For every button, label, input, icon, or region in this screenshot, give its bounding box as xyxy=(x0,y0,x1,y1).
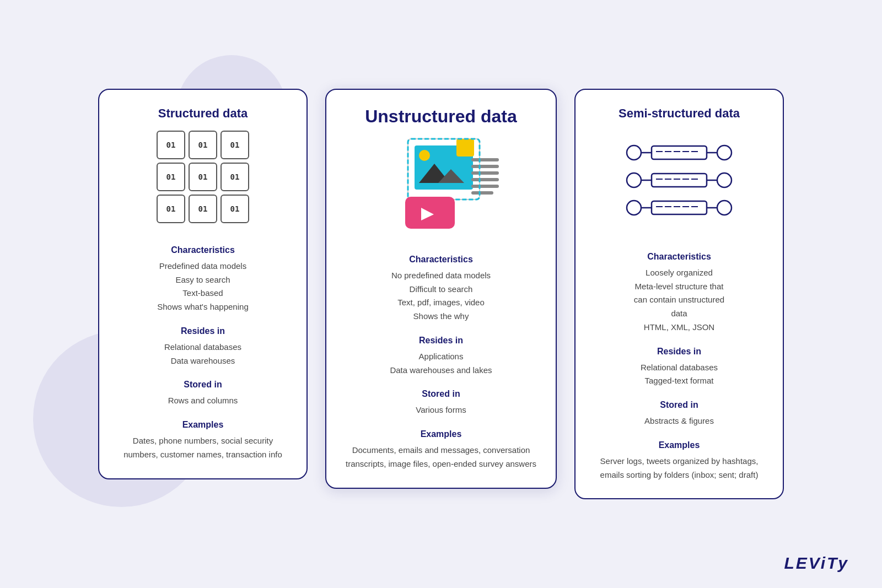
svg-point-17 xyxy=(627,201,641,215)
svg-rect-2 xyxy=(456,139,474,157)
semistructured-resides-text: Relational databasesTagged-text format xyxy=(641,361,718,389)
unstructured-card: Unstructured data xyxy=(325,89,557,489)
unstructured-characteristics-text: No predefined data modelsDifficult to se… xyxy=(391,269,491,323)
binary-cell: 01 xyxy=(157,163,185,191)
structured-characteristics-heading: Characteristics xyxy=(171,245,235,255)
unstructured-characteristics-heading: Characteristics xyxy=(409,255,473,265)
svg-point-18 xyxy=(717,145,732,160)
binary-cell: 01 xyxy=(220,163,249,191)
structured-resides-text: Relational databasesData warehouses xyxy=(164,341,241,368)
semistructured-examples-text: Server logs, tweets organized by hashtag… xyxy=(591,455,767,482)
semistructured-characteristics-text: Loosely organizedMeta-level structure th… xyxy=(634,266,724,335)
binary-cell: 01 xyxy=(189,131,217,159)
svg-rect-9 xyxy=(471,178,499,181)
svg-point-15 xyxy=(627,145,641,160)
binary-cell: 01 xyxy=(157,195,185,223)
binary-cell: 01 xyxy=(189,195,217,223)
semistructured-characteristics-heading: Characteristics xyxy=(647,252,711,262)
page-container: Structured data 01 01 01 01 01 01 01 01 … xyxy=(65,67,817,522)
unstructured-icon xyxy=(375,133,507,233)
svg-rect-27 xyxy=(652,174,707,187)
unstructured-stored-heading: Stored in xyxy=(422,389,460,399)
svg-rect-7 xyxy=(471,165,499,168)
binary-cell: 01 xyxy=(220,131,249,159)
binary-grid-icon: 01 01 01 01 01 01 01 01 01 xyxy=(157,131,249,223)
svg-rect-11 xyxy=(471,191,493,195)
binary-cell: 01 xyxy=(220,195,249,223)
semistructured-examples-heading: Examples xyxy=(659,440,700,450)
structured-card: Structured data 01 01 01 01 01 01 01 01 … xyxy=(98,89,308,479)
unstructured-examples-text: Documents, emails and messages, conversa… xyxy=(344,444,538,471)
svg-rect-33 xyxy=(652,201,707,214)
svg-point-19 xyxy=(717,173,732,187)
semistructured-title: Semi-structured data xyxy=(619,106,740,121)
unstructured-title: Unstructured data xyxy=(365,106,517,127)
structured-examples-text: Dates, phone numbers, social security nu… xyxy=(115,434,291,462)
semistructured-resides-heading: Resides in xyxy=(657,347,701,357)
svg-point-20 xyxy=(717,201,732,215)
unstructured-examples-heading: Examples xyxy=(421,429,462,439)
semistructured-stored-text: Abstracts & figures xyxy=(644,414,714,428)
structured-resides-heading: Resides in xyxy=(181,326,225,336)
svg-point-5 xyxy=(419,150,430,161)
structured-title: Structured data xyxy=(158,106,248,121)
levity-logo: LEViTy xyxy=(784,554,849,573)
binary-cell: 01 xyxy=(189,163,217,191)
unstructured-stored-text: Various forms xyxy=(416,403,466,417)
svg-rect-8 xyxy=(471,171,499,175)
svg-rect-21 xyxy=(652,146,707,159)
structured-examples-heading: Examples xyxy=(182,420,224,430)
structured-characteristics-text: Predefined data modelsEasy to searchText… xyxy=(157,260,248,314)
unstructured-resides-text: ApplicationsData warehouses and lakes xyxy=(390,350,492,377)
semi-icon xyxy=(619,131,740,230)
svg-rect-6 xyxy=(471,158,499,161)
semistructured-card: Semi-structured data xyxy=(574,89,784,500)
structured-stored-text: Rows and columns xyxy=(168,394,238,408)
semistructured-stored-heading: Stored in xyxy=(660,400,698,410)
structured-stored-heading: Stored in xyxy=(184,380,222,390)
svg-point-16 xyxy=(627,173,641,187)
binary-cell: 01 xyxy=(157,131,185,159)
unstructured-resides-heading: Resides in xyxy=(419,336,463,346)
svg-rect-10 xyxy=(471,185,499,188)
